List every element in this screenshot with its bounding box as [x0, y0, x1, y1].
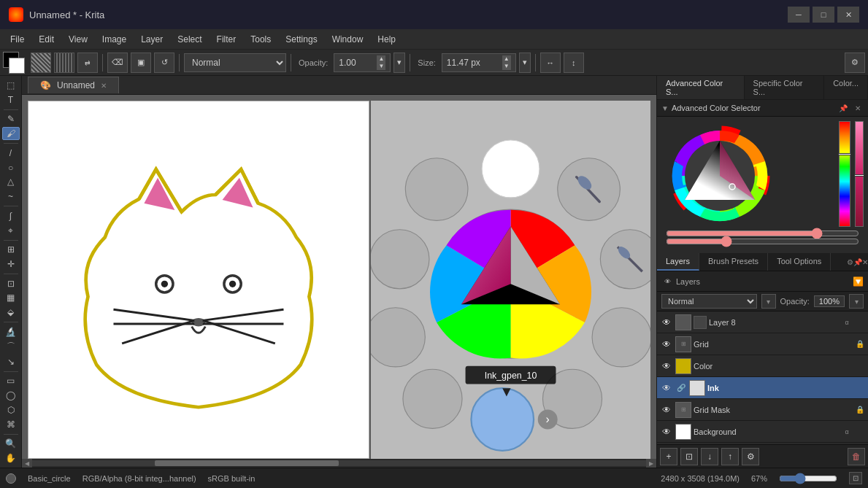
tool-select-rect[interactable]: ⬚ — [2, 79, 20, 92]
reset-button[interactable]: ↺ — [154, 53, 174, 73]
color-wheel-container[interactable] — [661, 121, 836, 229]
canvas-tab-close[interactable]: ✕ — [101, 82, 107, 90]
menu-tools[interactable]: Tools — [243, 31, 278, 47]
tool-measure[interactable]: ↘ — [2, 355, 20, 368]
layer-down-btn[interactable]: ↓ — [701, 448, 718, 465]
ink-eye[interactable]: 👁 — [660, 382, 673, 395]
mirror-v-button[interactable]: ↕ — [564, 53, 584, 73]
tab-layers[interactable]: Layers — [657, 253, 699, 271]
opacity-input[interactable] — [339, 58, 374, 68]
tool-transform[interactable]: ⊞ — [2, 243, 20, 256]
color-lock[interactable] — [855, 361, 865, 371]
layer-options-btn[interactable]: ⚙ — [742, 448, 759, 465]
scroll-left-btn[interactable]: ◀ — [22, 459, 32, 468]
blend-mode-dropdown[interactable]: Normal — [184, 53, 286, 72]
layer-8-eye[interactable]: 👁 — [660, 316, 673, 329]
opacity-options-btn[interactable]: ▾ — [849, 294, 864, 309]
add-layer-btn[interactable]: + — [660, 448, 677, 465]
tool-gradient[interactable]: ▦ — [2, 292, 20, 305]
tool-rect-select[interactable]: ▭ — [2, 374, 20, 387]
background-color[interactable] — [9, 58, 25, 74]
tool-freehand[interactable]: ✎ — [2, 112, 20, 125]
menu-view[interactable]: View — [61, 31, 95, 47]
tool-text[interactable]: T — [2, 93, 20, 106]
tool-curve[interactable]: ~ — [2, 190, 20, 203]
tool-eyedropper[interactable]: 🔬 — [2, 325, 20, 338]
green-slider[interactable] — [666, 238, 859, 245]
tab-color[interactable]: Color... — [824, 76, 868, 99]
gridmask-lock[interactable]: 🔒 — [855, 405, 865, 415]
eraser-button[interactable]: ⌫ — [107, 53, 128, 73]
panel-pin-btn[interactable]: 📌 — [837, 102, 849, 114]
tool-move[interactable]: ✛ — [2, 257, 20, 271]
canvas-drawing-area[interactable]: Ink_gpen_10 › ◀ ▶ — [22, 95, 656, 468]
layer-row-background[interactable]: 👁 Background α — [657, 421, 868, 443]
layer-row-ink[interactable]: 👁 🔗 Ink — [657, 377, 868, 399]
opacity-options-button[interactable]: ▾ — [393, 53, 405, 73]
size-up[interactable]: ▲ — [502, 55, 511, 63]
texture-button[interactable] — [54, 53, 74, 73]
hue-strip[interactable] — [839, 121, 850, 227]
tool-ellipse[interactable]: ○ — [2, 161, 20, 174]
preserve-alpha-button[interactable]: ▣ — [131, 53, 151, 73]
menu-layer[interactable]: Layer — [134, 31, 170, 47]
menu-file[interactable]: File — [3, 31, 31, 47]
maximize-button[interactable]: □ — [813, 7, 834, 23]
layers-filter-btn[interactable]: 🔽 — [850, 274, 865, 289]
layer-8-lock[interactable] — [855, 317, 865, 328]
layer-blend-options-btn[interactable]: ▾ — [761, 294, 776, 309]
tool-line[interactable]: / — [2, 147, 20, 160]
alpha-strip[interactable] — [855, 121, 864, 227]
tab-advanced-color[interactable]: Advanced Color S... — [657, 76, 745, 99]
size-options-button[interactable]: ▾ — [519, 53, 531, 73]
pattern-button[interactable] — [31, 53, 51, 73]
menu-window[interactable]: Window — [325, 31, 371, 47]
tab-specific-color[interactable]: Specific Color S... — [745, 76, 825, 99]
tool-lasso-select[interactable]: ⌘ — [2, 418, 20, 431]
tool-fill[interactable]: ⬙ — [2, 306, 20, 319]
layers-toolbar-eye-btn[interactable]: 👁 — [660, 274, 675, 289]
panel-close-btn[interactable]: ✕ — [852, 102, 864, 114]
size-down[interactable]: ▼ — [502, 63, 511, 70]
menu-image[interactable]: Image — [95, 31, 134, 47]
layer-up-btn[interactable]: ↑ — [721, 448, 739, 465]
tool-smart-patch[interactable]: ⌖ — [2, 224, 20, 237]
panel-close-btn2[interactable]: ✕ — [862, 253, 868, 271]
tool-polygon-select[interactable]: ⬡ — [2, 403, 20, 417]
tab-tool-options[interactable]: Tool Options — [768, 253, 831, 271]
tab-brush-presets[interactable]: Brush Presets — [699, 253, 768, 271]
canvas-tab-unnamed[interactable]: 🎨 Unnamed ✕ — [28, 77, 119, 93]
scroll-right-btn[interactable]: ▶ — [646, 459, 656, 468]
gridmask-eye[interactable]: 👁 — [660, 403, 673, 417]
minimize-button[interactable]: ─ — [788, 7, 810, 23]
delete-layer-btn[interactable]: 🗑 — [848, 448, 865, 465]
menu-edit[interactable]: Edit — [31, 31, 61, 47]
layer-row-color[interactable]: 👁 Color — [657, 355, 868, 377]
tool-ellipse-select[interactable]: ◯ — [2, 389, 20, 402]
canvas-left-panel[interactable] — [28, 101, 369, 459]
tool-pan[interactable]: ✋ — [2, 452, 20, 465]
panel-collapse-icon[interactable]: ▼ — [661, 104, 669, 112]
mirror-h-button[interactable]: ↔ — [540, 53, 561, 73]
background-lock[interactable] — [855, 427, 865, 437]
menu-help[interactable]: Help — [370, 31, 403, 47]
layer-row-gridmask[interactable]: 👁 ⊞ Grid Mask 🔒 — [657, 399, 868, 421]
grid-eye[interactable]: 👁 — [660, 338, 673, 351]
scrollbar-thumb[interactable] — [155, 460, 339, 466]
tool-calligraphy[interactable]: ∫ — [2, 209, 20, 222]
opacity-up[interactable]: ▲ — [377, 55, 385, 63]
menu-select[interactable]: Select — [170, 31, 209, 47]
menu-settings[interactable]: Settings — [278, 31, 324, 47]
menu-filter[interactable]: Filter — [210, 31, 244, 47]
layer-row-8[interactable]: 👁 Layer 8 α — [657, 311, 868, 333]
zoom-fit-btn[interactable]: ⊡ — [849, 472, 862, 484]
background-eye[interactable]: 👁 — [660, 425, 673, 438]
ink-lock[interactable] — [855, 383, 865, 393]
grid-lock[interactable]: 🔒 — [855, 339, 865, 349]
canvas-right-panel[interactable]: Ink_gpen_10 › — [371, 101, 650, 459]
panel-options-btn[interactable]: ⚙ — [847, 253, 853, 271]
panel-pin-btn2[interactable]: 📌 — [853, 253, 862, 271]
tool-paint[interactable]: 🖌 — [2, 127, 20, 140]
tool-polygon[interactable]: △ — [2, 176, 20, 189]
size-input[interactable] — [447, 58, 499, 68]
